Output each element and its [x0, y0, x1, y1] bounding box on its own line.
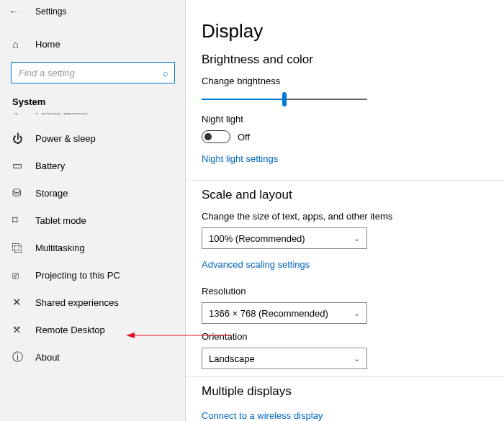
- orientation-dropdown[interactable]: Landscape ⌄: [202, 348, 367, 369]
- page-title: Display: [202, 20, 504, 42]
- shared-icon: ✕: [12, 296, 27, 309]
- orientation-label: Orientation: [202, 331, 504, 342]
- sidebar-item-battery[interactable]: ▭ Battery: [1, 152, 185, 179]
- info-icon: ⓘ: [12, 350, 27, 364]
- moon-icon: ☾: [12, 113, 27, 117]
- sidebar-item-remote-desktop[interactable]: ⤧ Remote Desktop: [1, 316, 185, 343]
- section-brightness: Brightness and color: [202, 53, 504, 67]
- sidebar-item-label: Power & sleep: [35, 133, 96, 144]
- title-bar: ← Settings: [1, 0, 185, 23]
- window-title: Settings: [35, 6, 66, 17]
- projecting-icon: ⎚: [12, 269, 27, 281]
- sidebar-item-power-sleep[interactable]: ⏻ Power & sleep: [1, 125, 185, 152]
- battery-icon: ▭: [12, 159, 27, 172]
- night-light-state: Off: [238, 132, 250, 142]
- slider-track-empty: [287, 99, 367, 100]
- sidebar-item-about[interactable]: ⓘ About: [1, 343, 185, 371]
- night-light-label: Night light: [202, 114, 504, 125]
- sidebar-nav-list: ☾ Focus assist ⏻ Power & sleep ▭ Battery…: [1, 113, 185, 371]
- remote-desktop-icon: ⤧: [12, 323, 27, 336]
- scale-dropdown[interactable]: 100% (Recommended) ⌄: [202, 227, 367, 249]
- sidebar: ← Settings ⌂ Home ⌕ System ☾ Focus assis…: [0, 0, 186, 421]
- tablet-icon: ⌑: [12, 214, 27, 227]
- search-icon: ⌕: [163, 68, 168, 78]
- slider-thumb[interactable]: [282, 92, 287, 107]
- orientation-value: Landscape: [209, 353, 255, 364]
- sidebar-item-projecting[interactable]: ⎚ Projecting to this PC: [1, 261, 185, 289]
- sidebar-item-label: Multitasking: [35, 243, 85, 253]
- resolution-dropdown[interactable]: 1366 × 768 (Recommended) ⌄: [202, 302, 367, 324]
- night-light-toggle[interactable]: [202, 130, 230, 143]
- resolution-label: Resolution: [202, 286, 504, 296]
- chevron-down-icon: ⌄: [354, 309, 360, 318]
- sidebar-item-label: Focus assist: [35, 113, 87, 117]
- home-icon: ⌂: [12, 38, 27, 50]
- advanced-scaling-link[interactable]: Advanced scaling settings: [202, 259, 310, 270]
- sidebar-item-label: Storage: [35, 188, 68, 199]
- sidebar-item-shared-experiences[interactable]: ✕ Shared experiences: [1, 289, 185, 316]
- separator: [186, 376, 504, 377]
- section-multiple-displays: Multiple displays: [202, 384, 504, 399]
- brightness-label: Change brightness: [202, 76, 504, 86]
- toggle-knob: [204, 133, 212, 140]
- sidebar-item-label: Battery: [35, 160, 65, 171]
- sidebar-item-label: Tablet mode: [35, 215, 86, 226]
- power-icon: ⏻: [12, 132, 27, 145]
- sidebar-item-multitasking[interactable]: ⿻ Multitasking: [1, 234, 185, 261]
- night-light-settings-link[interactable]: Night light settings: [202, 153, 278, 164]
- home-nav[interactable]: ⌂ Home: [1, 30, 185, 58]
- sidebar-item-focus-assist[interactable]: ☾ Focus assist: [1, 113, 185, 125]
- sidebar-item-label: Projecting to this PC: [35, 270, 120, 281]
- sidebar-item-label: Remote Desktop: [35, 325, 105, 335]
- night-light-row: Off: [202, 130, 504, 143]
- storage-icon: ⛁: [12, 186, 27, 199]
- search-box[interactable]: ⌕: [11, 62, 175, 83]
- separator: [186, 180, 504, 181]
- sidebar-group-title: System: [1, 91, 185, 110]
- chevron-down-icon: ⌄: [354, 354, 360, 363]
- resolution-value: 1366 × 768 (Recommended): [209, 308, 328, 319]
- home-label: Home: [35, 39, 60, 50]
- slider-track-filled: [202, 99, 282, 100]
- sidebar-item-storage[interactable]: ⛁ Storage: [1, 179, 185, 207]
- sidebar-item-tablet-mode[interactable]: ⌑ Tablet mode: [1, 207, 185, 234]
- chevron-down-icon: ⌄: [354, 234, 360, 243]
- multitasking-icon: ⿻: [12, 242, 27, 254]
- sidebar-item-label: Shared experiences: [35, 297, 119, 308]
- sidebar-item-label: About: [35, 352, 60, 363]
- search-input[interactable]: [17, 67, 163, 79]
- section-scale: Scale and layout: [202, 188, 504, 202]
- connect-wireless-display-link[interactable]: Connect to a wireless display: [202, 410, 323, 421]
- content-panel: Display Brightness and color Change brig…: [186, 0, 504, 421]
- scale-value: 100% (Recommended): [209, 233, 305, 244]
- back-button[interactable]: ←: [1, 6, 27, 17]
- scale-label: Change the size of text, apps, and other…: [202, 211, 504, 222]
- brightness-slider[interactable]: [202, 92, 367, 107]
